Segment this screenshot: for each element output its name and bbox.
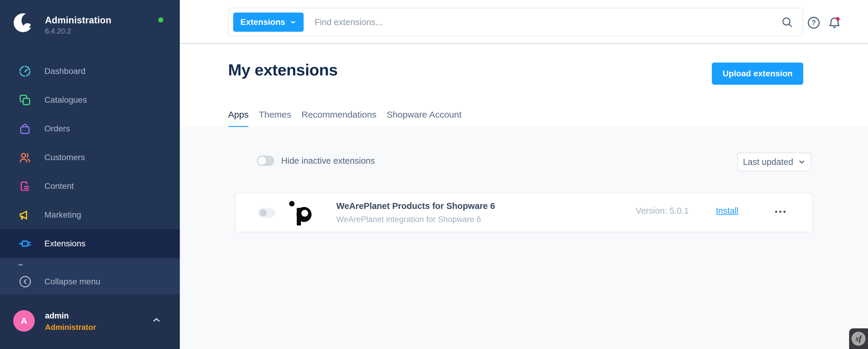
user-menu[interactable]: A admin Administrator	[0, 294, 180, 349]
sidebar-item-label: Marketing	[44, 210, 81, 220]
tab-shopware-account[interactable]: Shopware Account	[386, 110, 462, 127]
chevron-up-icon	[151, 315, 161, 325]
extension-active-toggle[interactable]	[258, 208, 275, 218]
upload-extension-button[interactable]: Upload extension	[712, 63, 803, 85]
help-button[interactable]: ?	[807, 15, 821, 30]
gauge-icon	[18, 65, 31, 78]
shopware-logo-icon	[12, 12, 34, 34]
sidebar-item-catalogues[interactable]: Catalogues	[0, 85, 180, 114]
help-icon: ?	[807, 15, 821, 30]
notification-bell-icon	[827, 15, 842, 30]
sort-label: Last updated	[743, 157, 794, 167]
chevron-down-icon	[290, 19, 297, 26]
app-version: 6.4.20.2	[45, 27, 71, 35]
sidebar-item-content[interactable]: Content	[0, 172, 180, 201]
status-dot	[158, 18, 163, 23]
context-menu-button[interactable]	[775, 211, 785, 213]
app-title: Administration	[45, 15, 112, 26]
sidebar-item-label: Catalogues	[44, 95, 87, 105]
sidebar-item-dashboard[interactable]: Dashboard	[0, 57, 180, 85]
install-link[interactable]: Install	[716, 206, 739, 216]
catalog-icon	[18, 93, 31, 107]
tab-themes[interactable]: Themes	[259, 110, 291, 127]
tab-bar: Apps Themes Recommendations Shopware Acc…	[228, 110, 462, 127]
sort-dropdown[interactable]: Last updated	[737, 153, 811, 171]
symfony-icon: sf	[851, 331, 866, 346]
search-input[interactable]	[314, 18, 780, 27]
main-area: Extensions ?	[180, 0, 868, 349]
sidebar-item-label: Extensions	[44, 239, 86, 248]
content-icon	[18, 180, 31, 193]
extension-card: WeArePlanet Products for Shopware 6 WeAr…	[235, 193, 812, 232]
svg-text:?: ?	[812, 19, 816, 27]
sidebar-item-marketing[interactable]: Marketing	[0, 201, 180, 229]
collapse-menu-button[interactable]: Collapse menu	[0, 271, 180, 292]
search-bar: Extensions	[228, 8, 803, 37]
sidebar-footer: Collapse menu	[0, 258, 180, 294]
sidebar-item-orders[interactable]: Orders	[0, 114, 180, 143]
sidebar-item-extensions[interactable]: Extensions	[0, 229, 180, 258]
filter-row: Hide inactive extensions Last updated	[180, 153, 868, 171]
extension-version: Version: 5.0.1	[636, 206, 689, 216]
page-title: My extensions	[228, 61, 338, 79]
notification-badge	[836, 17, 839, 21]
user-name: admin	[45, 311, 69, 321]
tab-apps[interactable]: Apps	[228, 110, 248, 127]
dot-icon	[775, 211, 777, 213]
sidebar-item-label: Customers	[44, 153, 85, 162]
sidebar-item-customers[interactable]: Customers	[0, 143, 180, 172]
extension-description: WeArePlanet integration for Shopware 6	[336, 215, 481, 224]
sidebar-item-label: Content	[44, 181, 74, 191]
megaphone-icon	[18, 208, 31, 221]
dot-icon	[783, 211, 785, 213]
search-icon[interactable]	[780, 15, 794, 29]
topbar: Extensions ?	[180, 0, 868, 44]
content-area: Hide inactive extensions Last updated	[180, 127, 868, 349]
brand-header: Administration 6.4.20.2	[0, 0, 180, 57]
search-scope-label: Extensions	[240, 18, 285, 27]
scroll-indicator	[18, 264, 23, 266]
users-icon	[18, 151, 31, 164]
sidebar-item-label: Orders	[44, 124, 70, 134]
circle-chevron-left-icon	[18, 275, 32, 288]
symfony-profiler-badge[interactable]: sf	[849, 328, 868, 349]
tab-recommendations[interactable]: Recommendations	[302, 110, 376, 127]
sidebar-item-label: Dashboard	[44, 66, 86, 76]
weareplanet-logo	[287, 199, 315, 227]
sidebar-menu: Dashboard Catalogues Ord	[0, 57, 180, 258]
notifications-button[interactable]	[827, 15, 842, 30]
shopware-admin-app: Administration 6.4.20.2 Dashboard	[0, 0, 868, 349]
plug-icon	[18, 237, 31, 250]
collapse-menu-label: Collapse menu	[44, 277, 100, 286]
extension-name: WeArePlanet Products for Shopware 6	[336, 201, 495, 211]
chevron-down-icon	[798, 158, 806, 166]
user-role: Administrator	[45, 323, 96, 332]
toggle-knob	[258, 157, 266, 165]
page-header: My extensions Upload extension Apps Them…	[180, 45, 868, 127]
hide-inactive-label: Hide inactive extensions	[281, 156, 375, 166]
shopping-bag-icon	[18, 122, 31, 135]
dot-icon	[779, 211, 781, 213]
hide-inactive-toggle[interactable]	[257, 155, 274, 166]
sidebar: Administration 6.4.20.2 Dashboard	[0, 0, 180, 349]
search-scope-button[interactable]: Extensions	[233, 12, 304, 32]
avatar: A	[13, 310, 35, 331]
toggle-knob	[259, 209, 267, 216]
